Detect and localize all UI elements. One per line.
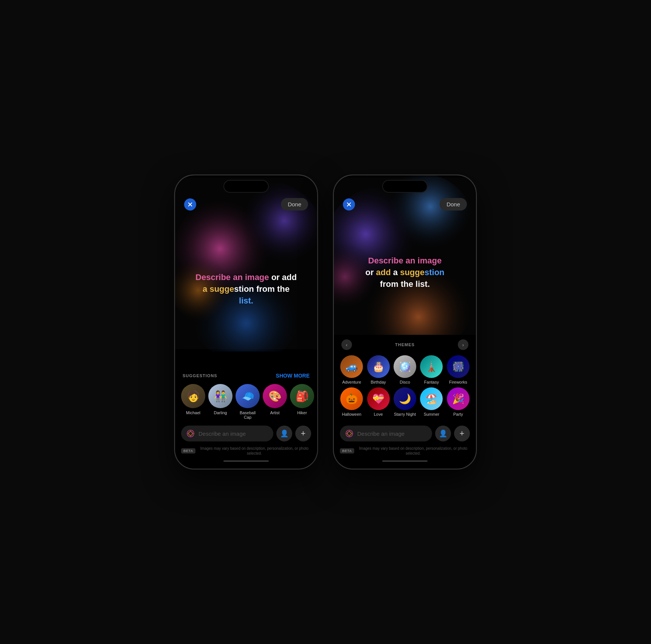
love-emoji: 💝 bbox=[367, 387, 390, 410]
done-button-1[interactable]: Done bbox=[281, 198, 308, 211]
bottom-panel-2: ‹ THEMES › 🚙 Adventure bbox=[334, 335, 476, 469]
birthday-avatar: 🎂 bbox=[367, 355, 390, 378]
main-text-line2-b: sugge bbox=[209, 284, 234, 294]
disco-label: Disco bbox=[400, 380, 410, 384]
input-field-2[interactable]: Describe an image bbox=[340, 426, 432, 441]
main-text-2-line1-b: an image bbox=[406, 256, 442, 265]
theme-fantasy[interactable]: 🗼 Fantasy bbox=[420, 355, 443, 384]
theme-summer[interactable]: 🏖️ Summer bbox=[420, 387, 443, 416]
main-text-area-2: Describe an image or add a suggestion fr… bbox=[334, 211, 476, 335]
themes-grid: 🚙 Adventure 🎂 Birthday 🪩 bbox=[334, 354, 476, 423]
main-text-line2-c: stion bbox=[234, 284, 256, 294]
fireworks-emoji: 🎆 bbox=[447, 355, 470, 378]
love-label: Love bbox=[374, 412, 383, 416]
show-more-button[interactable]: SHOW MORE bbox=[276, 373, 310, 379]
bottom-panel-1: SUGGESTIONS SHOW MORE 🧑 Michael 👫 bbox=[175, 368, 317, 469]
input-bar-2: Describe an image 👤 + bbox=[334, 423, 476, 444]
theme-disco[interactable]: 🪩 Disco bbox=[393, 355, 417, 384]
close-button-2[interactable] bbox=[343, 198, 355, 211]
beta-badge-1: BETA bbox=[181, 448, 195, 454]
adventure-emoji: 🚙 bbox=[340, 355, 363, 378]
theme-starry-night[interactable]: 🌙 Starry Night bbox=[393, 387, 417, 416]
chevron-left-icon: ‹ bbox=[346, 342, 347, 348]
theme-fireworks[interactable]: 🎆 Fireworks bbox=[446, 355, 470, 384]
main-text-line1-rest: or add bbox=[271, 272, 297, 282]
theme-love[interactable]: 💝 Love bbox=[366, 387, 390, 416]
beta-badge-2: BETA bbox=[340, 448, 354, 454]
fireworks-avatar: 🎆 bbox=[447, 355, 470, 378]
artist-label: Artist bbox=[270, 410, 279, 415]
chevron-right-icon: › bbox=[462, 342, 464, 348]
person-button-2[interactable]: 👤 bbox=[435, 426, 451, 441]
fireworks-label: Fireworks bbox=[449, 380, 467, 384]
beta-note-1: BETA Images may vary based on descriptio… bbox=[175, 444, 317, 459]
phone-2: Done Describe an image or add a suggesti… bbox=[333, 175, 477, 469]
beta-text-1: Images may vary based on description, pe… bbox=[198, 446, 311, 456]
fantasy-label: Fantasy bbox=[424, 380, 439, 384]
close-button-1[interactable] bbox=[184, 198, 196, 211]
theme-adventure[interactable]: 🚙 Adventure bbox=[340, 355, 363, 384]
phone-2-frame: Done Describe an image or add a suggesti… bbox=[333, 175, 477, 469]
party-emoji: 🎉 bbox=[447, 387, 470, 410]
michael-avatar: 🧑 bbox=[181, 384, 205, 408]
themes-next-button[interactable]: › bbox=[458, 339, 468, 350]
hiker-emoji: 🎒 bbox=[290, 384, 314, 408]
suggestion-michael[interactable]: 🧑 Michael bbox=[181, 384, 205, 420]
artist-emoji: 🎨 bbox=[263, 384, 287, 408]
disco-emoji: 🪩 bbox=[394, 355, 416, 378]
summer-label: Summer bbox=[424, 412, 440, 416]
plus-button-2[interactable]: + bbox=[454, 426, 470, 441]
michael-emoji: 🧑 bbox=[181, 384, 205, 408]
hiker-avatar: 🎒 bbox=[290, 384, 314, 408]
party-avatar: 🎉 bbox=[447, 387, 470, 410]
input-placeholder-1: Describe an image bbox=[198, 430, 246, 437]
theme-party[interactable]: 🎉 Party bbox=[446, 387, 470, 416]
fantasy-avatar: 🗼 bbox=[420, 355, 443, 378]
svg-point-6 bbox=[189, 432, 192, 435]
theme-halloween[interactable]: 🎃 Halloween bbox=[340, 387, 363, 416]
themes-row-1: 🚙 Adventure 🎂 Birthday 🪩 bbox=[340, 355, 470, 384]
main-text-2-line2-a: or bbox=[365, 268, 376, 277]
themes-title: THEMES bbox=[395, 342, 415, 347]
artist-avatar: 🎨 bbox=[263, 384, 287, 408]
main-text-2-line2-b: add bbox=[376, 268, 393, 277]
suggestion-baseball-cap[interactable]: 🧢 Baseball Cap bbox=[236, 384, 260, 420]
phone-1: Done Describe an image or add a suggesti… bbox=[174, 175, 318, 469]
birthday-emoji: 🎂 bbox=[367, 355, 390, 378]
plus-icon-2: + bbox=[460, 429, 465, 438]
main-text-line2-d: from the bbox=[256, 284, 290, 294]
summer-avatar: 🏖️ bbox=[420, 387, 443, 410]
input-field-1[interactable]: Describe an image bbox=[181, 426, 273, 441]
main-text-line3: list. bbox=[239, 296, 253, 305]
beta-note-2: BETA Images may vary based on descriptio… bbox=[334, 444, 476, 459]
main-text-2-line2-d: sugge bbox=[400, 268, 425, 277]
suggestion-hiker[interactable]: 🎒 Hiker bbox=[290, 384, 314, 420]
main-text-area-1: Describe an image or add a suggestion fr… bbox=[175, 211, 317, 368]
image-gen-icon-1 bbox=[186, 429, 195, 438]
baseball-cap-label: Baseball Cap bbox=[236, 410, 260, 420]
person-button-1[interactable]: 👤 bbox=[276, 426, 292, 441]
phone-1-screen: Done Describe an image or add a suggesti… bbox=[175, 175, 317, 469]
done-button-2[interactable]: Done bbox=[440, 198, 467, 211]
adventure-label: Adventure bbox=[342, 380, 361, 384]
main-text-line1-word2: an image bbox=[233, 272, 271, 282]
main-text-2-line1-a: Describe bbox=[368, 256, 406, 265]
home-indicator-2 bbox=[382, 460, 428, 462]
beta-text-2: Images may vary based on description, pe… bbox=[356, 446, 470, 456]
svg-point-17 bbox=[347, 432, 351, 435]
input-bar-1: Describe an image 👤 + bbox=[175, 423, 317, 444]
plus-button-1[interactable]: + bbox=[295, 426, 311, 441]
suggestion-artist[interactable]: 🎨 Artist bbox=[263, 384, 287, 420]
party-label: Party bbox=[453, 412, 463, 416]
starry-night-emoji: 🌙 bbox=[394, 387, 416, 410]
dynamic-island-1 bbox=[223, 180, 269, 193]
main-text-line1-word1: Describe bbox=[195, 272, 233, 282]
input-placeholder-2: Describe an image bbox=[357, 430, 405, 437]
themes-prev-button[interactable]: ‹ bbox=[341, 339, 352, 350]
halloween-emoji: 🎃 bbox=[340, 387, 363, 410]
suggestion-darling[interactable]: 👫 Darling bbox=[208, 384, 232, 420]
dynamic-island-2 bbox=[382, 180, 428, 193]
plus-icon-1: + bbox=[301, 429, 306, 438]
suggestions-row: 🧑 Michael 👫 Darling 🧢 Ba bbox=[175, 382, 317, 423]
theme-birthday[interactable]: 🎂 Birthday bbox=[366, 355, 390, 384]
